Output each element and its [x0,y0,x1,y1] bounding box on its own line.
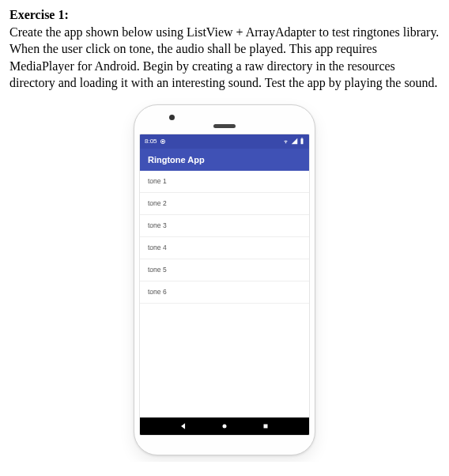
svg-rect-2 [301,139,304,145]
app-bar: Ringtone App [140,149,309,171]
list-item-label: tone 3 [148,221,167,230]
wifi-icon [282,138,289,145]
svg-point-4 [223,424,227,428]
list-item[interactable]: tone 3 [140,215,309,237]
earpiece-slot [213,124,236,128]
svg-point-1 [162,141,164,142]
list-item[interactable]: tone 2 [140,193,309,215]
debug-icon [160,138,166,145]
status-left: 8:05 [145,138,166,146]
signal-icon [291,138,298,145]
android-nav-bar [140,417,309,435]
ringtone-list: tone 1 tone 2 tone 3 tone 4 tone 5 tone … [140,171,309,417]
exercise-heading: Exercise 1: [9,6,440,24]
list-item-label: tone 6 [148,288,167,297]
svg-rect-5 [264,424,268,428]
phone-mockup-container: 8:05 Ringto [9,104,440,455]
exercise-title: Exercise 1: [9,8,69,21]
list-item[interactable]: tone 5 [140,259,309,281]
phone-screen: 8:05 Ringto [139,134,310,436]
list-item-label: tone 1 [148,177,167,186]
phone-top-bezel [139,110,310,134]
list-item[interactable]: tone 6 [140,281,309,304]
app-title: Ringtone App [148,154,205,166]
camera-dot [169,115,175,120]
home-icon[interactable] [221,422,228,430]
svg-rect-3 [301,138,303,139]
list-item[interactable]: tone 1 [140,171,309,193]
list-item-label: tone 2 [148,199,167,208]
list-item-label: tone 4 [148,244,167,252]
phone-bottom-bezel [139,436,310,450]
status-bar: 8:05 [140,134,309,149]
status-right [282,138,304,145]
phone-frame: 8:05 Ringto [134,104,315,455]
battery-icon [300,138,304,145]
back-icon[interactable] [179,422,187,430]
list-item-label: tone 5 [148,266,167,274]
recents-icon[interactable] [262,422,270,430]
status-time: 8:05 [145,138,157,146]
list-item[interactable]: tone 4 [140,237,309,259]
exercise-body: Create the app shown below using ListVie… [9,24,440,92]
